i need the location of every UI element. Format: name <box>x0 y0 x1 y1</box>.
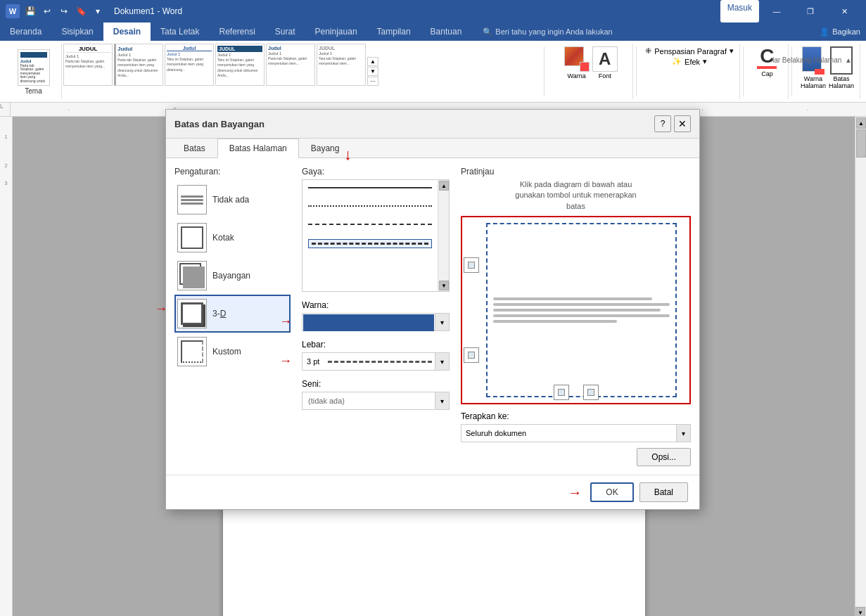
preview-center <box>486 223 677 397</box>
preview-bottom-left-button[interactable] <box>554 385 569 400</box>
terapkan-dropdown[interactable]: Seluruh dokumen ▾ <box>461 424 691 442</box>
lebar-arrow-container: → 3 pt ▾ <box>302 352 450 371</box>
preview-page-content <box>488 292 675 328</box>
lebar-dash-preview <box>328 361 432 363</box>
lebar-section: Lebar: → 3 pt ▾ <box>302 340 450 371</box>
bayangan-icon <box>177 261 207 290</box>
seni-dropdown[interactable]: (tidak ada) ▾ <box>302 392 450 410</box>
preview-top-left-button[interactable] <box>464 257 479 273</box>
arrow-warna: → <box>279 314 292 329</box>
setting-bayangan[interactable]: Bayangan <box>174 257 291 295</box>
3d-label: 3-D <box>212 309 226 319</box>
lebar-preview-dashes <box>325 353 435 370</box>
tidak-ada-icon <box>177 185 207 214</box>
lebar-dropdown-arrow[interactable]: ▾ <box>435 353 449 370</box>
settings-panel: Pengaturan: Tidak ada <box>174 167 291 466</box>
gaya-list: ▲ ▼ <box>302 179 450 292</box>
gaya-scroll-up[interactable]: ▲ <box>439 181 449 191</box>
gaya-scroll-down[interactable]: ▼ <box>439 281 449 290</box>
dialog-help-button[interactable]: ? <box>654 115 671 132</box>
batas-bayangan-dialog: Batas dan Bayangan ? ✕ Batas Batas Halam… <box>165 109 700 510</box>
gaya-scrollbar[interactable]: ▲ ▼ <box>438 180 449 291</box>
gaya-dotted[interactable] <box>308 205 432 207</box>
preview-left-buttons <box>462 217 480 403</box>
arrow-lebar: → <box>279 354 292 368</box>
warna-section: Warna: → ▾ <box>302 300 450 331</box>
terapkan-dropdown-arrow[interactable]: ▾ <box>676 425 690 442</box>
preview-label: Pratinjau <box>461 167 691 177</box>
terapkan-value: Seluruh dokumen <box>461 425 676 442</box>
settings-label: Pengaturan: <box>174 167 291 177</box>
dialog-title-bar: Batas dan Bayangan ? ✕ <box>166 110 699 139</box>
seni-field-label: Seni: <box>302 379 450 389</box>
gaya-scroll-track <box>438 191 449 280</box>
gaya-solid[interactable] <box>308 187 432 188</box>
preview-area <box>461 216 691 404</box>
setting-3d[interactable]: → 3-D <box>174 295 291 333</box>
preview-line-5 <box>493 320 617 323</box>
batal-button[interactable]: Batal <box>639 482 688 502</box>
dialog-tab-batas[interactable]: Batas <box>172 139 217 158</box>
gaya-dashdot-selected[interactable] <box>308 239 432 248</box>
gaya-section: Gaya: ↓ ▲ ▼ <box>302 167 450 292</box>
preview-line-2 <box>493 303 670 306</box>
seni-value: (tidak ada) <box>303 392 435 409</box>
setting-tidak-ada[interactable]: Tidak ada <box>174 181 291 219</box>
warna-arrow-container: → ▾ <box>302 313 450 331</box>
preview-line-4 <box>493 314 670 317</box>
preview-bottom-right-button[interactable] <box>583 385 599 400</box>
preview-right-spacer <box>682 217 689 403</box>
warna-dropdown[interactable]: ▾ <box>302 313 450 331</box>
preview-hint: Klik pada diagram di bawah ataugunakan t… <box>461 179 691 212</box>
arrow-gaya: ↓ <box>344 146 352 164</box>
preview-line-3 <box>493 309 661 312</box>
arrow-ok: → <box>568 485 582 501</box>
setting-kustom[interactable]: Kustom <box>174 333 291 371</box>
gaya-dashed[interactable] <box>308 224 432 225</box>
arrow-ok-container: → <box>568 482 582 502</box>
terapkan-section: Terapkan ke: Seluruh dokumen ▾ <box>461 411 691 442</box>
dialog-close-button[interactable]: ✕ <box>674 115 691 132</box>
dialog-tab-batas-halaman[interactable]: Batas Halaman <box>217 139 299 158</box>
gaya-label: Gaya: <box>302 167 450 177</box>
bayangan-label: Bayangan <box>212 271 250 281</box>
seni-section: Seni: (tidak ada) ▾ <box>302 379 450 410</box>
dialog-footer: → OK Batal <box>166 475 699 509</box>
opsi-button[interactable]: Opsi... <box>637 448 691 466</box>
dialog-body: Pengaturan: Tidak ada <box>166 158 699 475</box>
preview-bottom-buttons <box>554 385 599 400</box>
kotak-icon <box>177 223 207 252</box>
lebar-value: 3 pt <box>303 353 325 370</box>
opsi-section: Opsi... <box>461 448 691 466</box>
tidak-ada-label: Tidak ada <box>212 195 249 205</box>
lebar-field-label: Lebar: <box>302 340 450 349</box>
arrow-3d: → <box>155 302 167 316</box>
ok-button[interactable]: OK <box>590 482 633 502</box>
3d-icon <box>177 299 207 328</box>
dialog-overlay: Batas dan Bayangan ? ✕ Batas Batas Halam… <box>0 0 866 616</box>
dialog-title-buttons: ? ✕ <box>654 115 691 132</box>
dialog-title: Batas dan Bayangan <box>174 119 265 129</box>
preview-middle-left-button[interactable] <box>464 347 479 363</box>
warna-dropdown-arrow[interactable]: ▾ <box>435 314 449 331</box>
dialog-tab-bar: Batas Batas Halaman Bayang <box>166 139 699 158</box>
kotak-label: Kotak <box>212 233 234 243</box>
setting-kotak[interactable]: Kotak <box>174 219 291 257</box>
preview-page-border[interactable] <box>486 223 677 397</box>
lebar-dropdown[interactable]: 3 pt ▾ <box>302 352 450 371</box>
warna-field-label: Warna: <box>302 300 450 310</box>
preview-panel: Pratinjau Klik pada diagram di bawah ata… <box>461 167 691 466</box>
seni-dropdown-arrow[interactable]: ▾ <box>435 392 449 409</box>
kustom-icon <box>177 337 207 366</box>
middle-panel: Gaya: ↓ ▲ ▼ <box>302 167 450 466</box>
preview-line-1 <box>493 297 652 300</box>
gaya-items-list <box>303 180 449 255</box>
warna-color-swatch <box>303 314 434 331</box>
terapkan-label: Terapkan ke: <box>461 411 691 421</box>
kustom-label: Kustom <box>212 347 241 357</box>
